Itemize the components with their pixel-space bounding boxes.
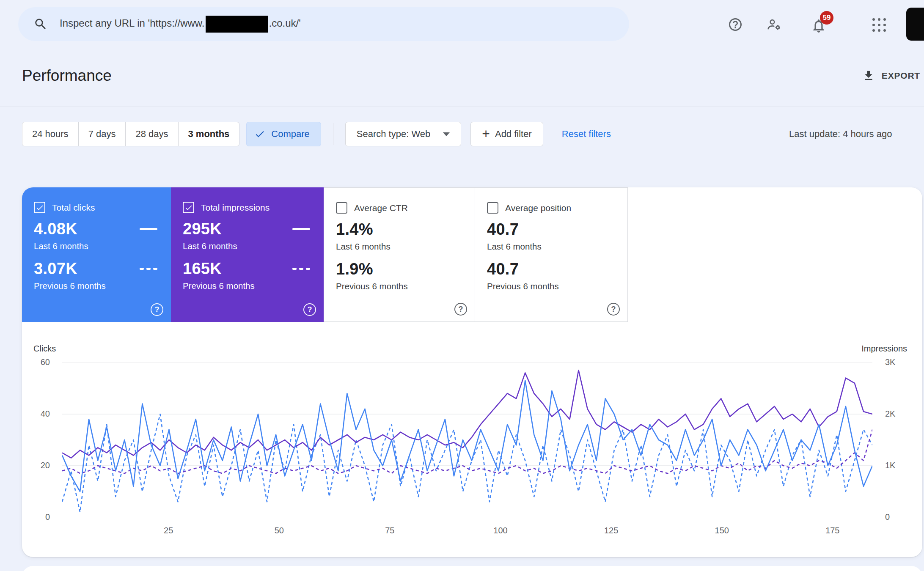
metric-card-average-ctr[interactable]: Average CTR 1.4% Last 6 months 1.9% Prev…: [324, 187, 475, 322]
axis-tick-label: 40: [24, 409, 50, 419]
metric-value-previous: 1.9%: [336, 260, 373, 278]
redacted-site-name: [206, 16, 268, 33]
metric-card-total-impressions[interactable]: Total impressions 295K Last 6 months 165…: [171, 187, 324, 322]
notification-count-badge: 59: [820, 11, 833, 25]
metric-value-previous: 165K: [183, 260, 222, 278]
metric-card-total-clicks[interactable]: Total clicks 4.08K Last 6 months 3.07K P…: [22, 187, 171, 322]
solid-line-legend-icon: [292, 228, 310, 230]
checkbox-unchecked-icon[interactable]: [487, 202, 498, 214]
left-axis-title: Clicks: [33, 344, 56, 354]
axis-tick-label: 1K: [885, 461, 895, 470]
search-placeholder-text: Inspect any URL in 'https://www..co.uk/': [60, 16, 301, 33]
metric-value-current: 295K: [183, 220, 222, 238]
checkbox-unchecked-icon[interactable]: [336, 202, 347, 214]
metric-value-previous: 3.07K: [34, 260, 77, 278]
last-update-label: Last update: 4 hours ago: [789, 129, 892, 140]
axis-tick-label: 150: [705, 526, 739, 535]
metric-period-previous: Previous 6 months: [475, 278, 627, 291]
reset-filters-link[interactable]: Reset filters: [562, 129, 611, 140]
metric-card-label: Total clicks: [52, 203, 95, 213]
time-range-3-months[interactable]: 3 months: [178, 122, 240, 146]
chevron-down-icon: [443, 132, 450, 136]
help-icon[interactable]: ?: [151, 303, 163, 316]
axis-tick-label: 60: [24, 357, 50, 367]
performance-chart[interactable]: [62, 362, 872, 517]
metric-card-label: Average position: [505, 203, 571, 213]
right-axis-title: Impressions: [861, 344, 907, 354]
dashed-line-legend-icon: [140, 268, 157, 270]
metric-value-current: 40.7: [487, 220, 519, 239]
axis-tick-label: 25: [151, 526, 185, 535]
axis-tick-label: 0: [24, 512, 50, 522]
search-type-dropdown[interactable]: Search type: Web: [345, 122, 461, 146]
account-avatar[interactable]: [906, 8, 924, 41]
axis-tick-label: 125: [594, 526, 628, 535]
compare-label: Compare: [271, 129, 309, 140]
help-icon[interactable]: ?: [607, 303, 620, 316]
metric-period-current: Last 6 months: [475, 239, 627, 252]
export-button[interactable]: EXPORT: [862, 69, 920, 82]
time-range-24-hours[interactable]: 24 hours: [22, 122, 79, 146]
search-icon: [33, 17, 48, 31]
metric-card-label: Average CTR: [354, 203, 408, 213]
filter-row: 24 hours 7 days 28 days 3 months Compare…: [22, 122, 611, 146]
metric-period-previous: Previous 6 months: [171, 278, 324, 291]
header-divider: [0, 107, 924, 107]
axis-tick-label: 3K: [885, 357, 895, 367]
download-icon: [862, 69, 875, 82]
time-range-7-days[interactable]: 7 days: [78, 122, 126, 146]
compare-toggle[interactable]: Compare: [246, 122, 321, 146]
help-icon[interactable]: ?: [303, 303, 316, 316]
add-filter-label: Add filter: [495, 129, 532, 140]
axis-tick-label: 0: [885, 512, 890, 522]
axis-tick-label: 2K: [885, 409, 895, 419]
google-apps-icon[interactable]: [872, 18, 886, 32]
metric-value-current: 4.08K: [34, 220, 77, 238]
axis-tick-label: 20: [24, 461, 50, 470]
axis-tick-label: 50: [262, 526, 296, 535]
metric-period-current: Last 6 months: [324, 239, 475, 252]
metric-value-current: 1.4%: [336, 220, 373, 239]
export-label: EXPORT: [882, 71, 920, 81]
next-panel-peek: [22, 566, 922, 571]
checkbox-checked-icon[interactable]: [183, 202, 194, 213]
metric-card-average-position[interactable]: Average position 40.7 Last 6 months 40.7…: [475, 187, 628, 322]
time-range-28-days[interactable]: 28 days: [125, 122, 178, 146]
axis-tick-label: 75: [373, 526, 407, 535]
search-type-label: Search type: Web: [357, 129, 430, 140]
metric-period-current: Last 6 months: [171, 238, 324, 251]
axis-tick-label: 100: [484, 526, 517, 535]
metric-period-current: Last 6 months: [22, 238, 171, 251]
metric-card-label: Total impressions: [201, 203, 270, 213]
series-clicks-previous-6-months: [62, 414, 872, 512]
metric-period-previous: Previous 6 months: [22, 278, 171, 291]
manage-users-icon[interactable]: [767, 17, 782, 32]
metric-value-previous: 40.7: [487, 260, 519, 278]
add-filter-button[interactable]: + Add filter: [470, 122, 543, 146]
page-title: Performance: [22, 67, 112, 85]
help-icon[interactable]: [728, 17, 743, 32]
help-icon[interactable]: ?: [454, 303, 467, 316]
metric-period-previous: Previous 6 months: [324, 278, 475, 291]
checkbox-checked-icon[interactable]: [34, 202, 45, 213]
checkmark-icon: [254, 129, 265, 140]
axis-tick-label: 175: [816, 526, 850, 535]
filter-divider: [333, 123, 333, 145]
dashed-line-legend-icon: [292, 268, 310, 270]
performance-panel: Total clicks 4.08K Last 6 months 3.07K P…: [22, 187, 922, 557]
plus-icon: +: [482, 127, 490, 140]
url-inspect-searchbar[interactable]: Inspect any URL in 'https://www..co.uk/': [18, 7, 629, 41]
notifications-button[interactable]: 59: [805, 11, 834, 41]
solid-line-legend-icon: [140, 228, 157, 230]
